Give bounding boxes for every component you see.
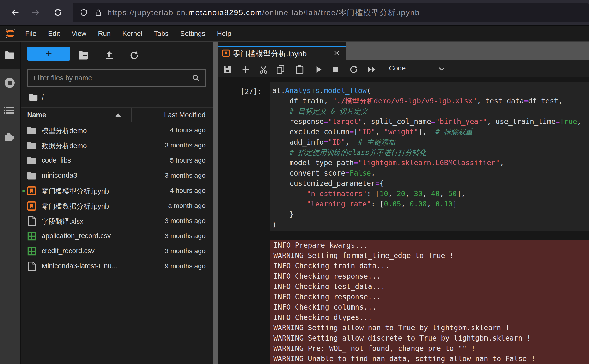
filter-input[interactable]: Filter files by name (27, 69, 206, 87)
menu-file[interactable]: File (25, 30, 36, 38)
file-name: Miniconda3-latest-Linu... (41, 262, 117, 270)
browser-toolbar: https://jupyterlab-cn.metanoia8295.com/o… (0, 0, 589, 26)
restart-run-all-icon[interactable] (367, 65, 376, 74)
add-cell-icon[interactable] (241, 65, 250, 74)
file-name: credit_record.csv (41, 247, 95, 255)
file-modified: 4 hours ago (170, 187, 206, 195)
folder-icon (27, 127, 36, 134)
file-row[interactable]: 字段翻译.xlsx3 months ago (21, 214, 213, 229)
activity-bar (0, 42, 21, 364)
file-listing-header: Name Last Modified (21, 107, 213, 122)
cell-output: INFO Prepare kwargs... WARNING Setting f… (270, 240, 589, 364)
lock-icon[interactable] (94, 9, 102, 17)
file-modified: 3 months ago (165, 232, 206, 240)
file-name: miniconda3 (41, 171, 77, 179)
stop-icon[interactable] (331, 65, 340, 74)
run-icon[interactable] (314, 65, 323, 74)
code-cell[interactable]: at.Analysis.model_flow( df_train, "./模型分… (270, 82, 589, 231)
table-of-contents-icon (4, 106, 14, 114)
chevron-down-icon (439, 67, 445, 72)
column-divider (131, 108, 132, 122)
running-kernels-icon (4, 77, 15, 89)
reload-icon[interactable] (53, 8, 62, 17)
notebook-icon (27, 186, 36, 196)
main-area: Filter files by name / Name Last Modifie… (0, 42, 589, 364)
menu-help[interactable]: Help (217, 30, 231, 38)
paste-icon[interactable] (295, 65, 304, 74)
tab-title: 零门槛模型分析.ipynb (232, 49, 307, 59)
menu-settings[interactable]: Settings (180, 30, 205, 38)
csv-icon (27, 232, 36, 240)
file-row[interactable]: 模型分析demo4 hours ago (21, 123, 213, 138)
url-text: https://jupyterlab-cn.metanoia8295.com/o… (107, 7, 420, 18)
dock-panel: 零门槛模型分析.ipynb Code [27]: at.Analysis (218, 42, 589, 364)
sort-ascending-icon (115, 113, 121, 117)
file-modified: 3 months ago (165, 247, 206, 255)
column-header-modified[interactable]: Last Modified (164, 111, 206, 119)
shield-icon[interactable] (80, 9, 88, 17)
back-icon[interactable] (11, 8, 20, 17)
folder-icon (27, 157, 36, 164)
upload-icon[interactable] (104, 50, 114, 60)
file-icon (28, 262, 36, 271)
file-name: 零门槛数据分析.ipynb (41, 202, 109, 211)
refresh-icon[interactable] (129, 50, 139, 60)
filter-placeholder: Filter files by name (33, 74, 192, 82)
file-row[interactable]: Miniconda3-latest-Linu...9 months ago (21, 259, 213, 274)
file-modified: 3 months ago (165, 142, 206, 149)
cell-type-dropdown[interactable]: Code (389, 64, 406, 72)
folder-icon (29, 94, 38, 101)
forward-icon[interactable] (31, 8, 40, 17)
sidebar-tab-file-browser[interactable] (0, 42, 20, 69)
panel-splitter[interactable] (213, 42, 218, 364)
notebook-toolbar: Code (218, 60, 589, 77)
file-row[interactable]: 零门槛模型分析.ipynb4 hours ago (21, 183, 213, 199)
column-header-name[interactable]: Name (27, 111, 46, 119)
folder-icon (27, 142, 36, 150)
file-modified: 4 hours ago (170, 126, 206, 134)
file-name: code_libs (41, 156, 71, 164)
file-name: 模型分析demo (41, 126, 87, 136)
file-name: 字段翻译.xlsx (41, 217, 83, 226)
file-row[interactable]: application_record.csv3 months ago (21, 229, 213, 244)
file-modified: 5 hours ago (170, 156, 206, 164)
menu-tabs[interactable]: Tabs (154, 30, 168, 38)
plus-icon (45, 49, 53, 58)
new-launcher-button[interactable] (27, 47, 70, 61)
menu-view[interactable]: View (72, 30, 87, 38)
close-icon[interactable] (334, 50, 340, 56)
menu-kernel[interactable]: Kernel (122, 30, 142, 38)
file-row[interactable]: code_libs5 hours ago (21, 153, 213, 168)
execution-count: [27]: (218, 86, 262, 97)
copy-icon[interactable] (276, 65, 285, 74)
file-icon (28, 216, 36, 226)
menu-run[interactable]: Run (98, 30, 111, 38)
file-name: 零门槛模型分析.ipynb (41, 187, 109, 196)
menu-bar: FileEditViewRunKernelTabsSettingsHelp (0, 26, 589, 42)
address-bar[interactable]: https://jupyterlab-cn.metanoia8295.com/o… (73, 3, 589, 22)
menu-edit[interactable]: Edit (48, 30, 60, 38)
breadcrumb[interactable]: / (29, 94, 44, 101)
breadcrumb-root[interactable]: / (42, 93, 44, 101)
file-row[interactable]: 数据分析demo3 months ago (21, 138, 213, 153)
file-name: 数据分析demo (41, 141, 87, 151)
file-name: application_record.csv (41, 232, 111, 240)
file-modified: a month ago (168, 202, 206, 210)
notebook-icon (222, 49, 230, 57)
file-browser-panel: Filter files by name / Name Last Modifie… (21, 42, 213, 364)
notebook-icon (27, 201, 36, 211)
jupyter-logo (5, 28, 16, 39)
file-modified: 3 months ago (165, 217, 206, 225)
file-row[interactable]: miniconda33 months ago (21, 168, 213, 183)
file-row[interactable]: 零门槛数据分析.ipynba month ago (21, 199, 213, 214)
new-folder-icon[interactable] (78, 50, 88, 60)
folder-icon (4, 51, 15, 60)
file-modified: 3 months ago (165, 172, 206, 179)
cut-icon[interactable] (259, 65, 268, 74)
tab-bar: 零门槛模型分析.ipynb (218, 42, 589, 60)
file-row[interactable]: credit_record.csv3 months ago (21, 244, 213, 259)
save-icon[interactable] (223, 65, 232, 74)
restart-kernel-icon[interactable] (349, 65, 359, 74)
tab-notebook[interactable]: 零门槛模型分析.ipynb (218, 46, 346, 60)
folder-icon (27, 172, 36, 180)
